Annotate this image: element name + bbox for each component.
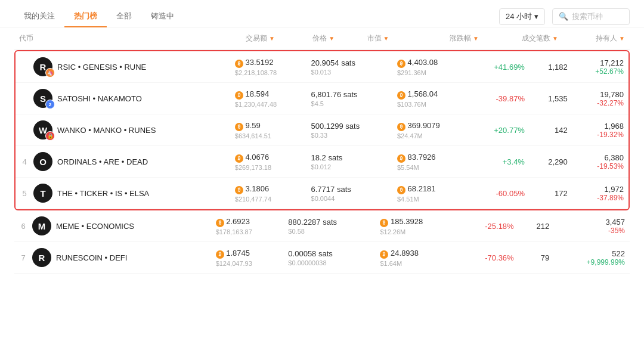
col-coin: 代币 xyxy=(14,27,241,50)
holders-main: 3,457 xyxy=(559,218,625,227)
volume-sub: $210,477.74 xyxy=(235,196,302,203)
time-select[interactable]: 24 小时 ▾ xyxy=(499,8,545,25)
mcap-sub: $5.54M xyxy=(397,164,465,171)
coin-icon-wrapper: M xyxy=(32,216,51,235)
btc-icon-mcap: ₿ xyxy=(397,123,405,131)
coin-icon: R xyxy=(32,248,51,267)
price-main: 6.7717 sats xyxy=(311,185,388,194)
rank-num: 7 xyxy=(19,253,27,262)
coin-name: MEME • ECONOMICS xyxy=(56,222,134,231)
col-price[interactable]: 价格▼ xyxy=(308,27,362,50)
btc-icon-mcap: ₿ xyxy=(380,250,388,259)
holders-change: -19.53% xyxy=(577,162,624,170)
top-bar: 我的关注 热门榜 全部 铸造中 24 小时 ▾ 🔍 搜索币种 xyxy=(0,0,644,27)
coin-icon-wrapper: O xyxy=(33,152,52,171)
trades-value: 79 xyxy=(541,253,549,262)
volume-main: ₿ 3.1806 xyxy=(235,184,302,194)
coin-name: THE • TICKER • IS • ELSA xyxy=(57,189,149,198)
search-placeholder: 搜索币种 xyxy=(572,11,603,22)
coin-name: RSIC • GENESIS • RUNE xyxy=(57,63,146,72)
table-row[interactable]: 6 M MEME • ECONOMICS ₿ 2.6923 $178,163.8… xyxy=(14,210,630,242)
volume-sub: $634,614.51 xyxy=(235,132,302,139)
holders-main: 1,968 xyxy=(577,122,624,131)
trades-value: 172 xyxy=(555,189,568,198)
tab-all[interactable]: 全部 xyxy=(107,6,141,27)
change-value: -25.18% xyxy=(485,222,513,231)
col-volume[interactable]: 交易额▼ xyxy=(241,27,308,50)
holders-change: +52.67% xyxy=(577,67,624,76)
holders-change: -19.32% xyxy=(577,131,624,139)
coin-icon: M xyxy=(32,216,51,235)
rank-num: 5 xyxy=(20,189,29,198)
rank-num: 6 xyxy=(19,222,27,231)
col-change[interactable]: 涨跌幅▼ xyxy=(417,27,484,50)
volume-main: ₿ 9.59 xyxy=(235,121,302,131)
price-sub: $4.5 xyxy=(311,100,388,107)
volume-main: ₿ 4.0676 xyxy=(235,153,302,163)
price-sub: $0.012 xyxy=(311,163,388,170)
tab-watchlist[interactable]: 我的关注 xyxy=(14,6,64,27)
coin-name: ORDINALS • ARE • DEAD xyxy=(57,157,148,166)
change-value: +41.69% xyxy=(494,63,525,72)
table-row[interactable]: W 🔒 WANKO • MANKO • RUNES ₿ 9.59 $634,61… xyxy=(16,114,628,146)
holders-change: -35% xyxy=(559,227,625,235)
coin-icon-wrapper: R xyxy=(32,248,51,267)
volume-main: ₿ 2.6923 xyxy=(216,217,279,227)
coin-icon-wrapper: R 🦄 xyxy=(33,57,52,76)
price-main: 500.1299 sats xyxy=(311,122,388,131)
volume-sub: $1,230,447.48 xyxy=(235,101,302,108)
mcap-main: ₿ 68.2181 xyxy=(397,184,465,194)
btc-icon-mcap: ₿ xyxy=(397,154,405,163)
price-main: 6,801.76 sats xyxy=(311,90,388,99)
trades-value: 1,182 xyxy=(548,63,568,72)
price-sub: $0.013 xyxy=(311,69,388,76)
coin-icon-wrapper: W 🔒 xyxy=(33,120,52,139)
mcap-main: ₿ 4,403.08 xyxy=(397,58,465,68)
coin-icon-wrapper: S 2 xyxy=(33,89,52,108)
table-row[interactable]: R 🦄 RSIC • GENESIS • RUNE ₿ 33.5192 $2,2… xyxy=(16,51,628,83)
mcap-main: ₿ 185.3928 xyxy=(380,217,453,227)
table-row[interactable]: 7 R RUNESCOIN • DEFI ₿ 1.8745 $124,047.9… xyxy=(14,242,630,274)
price-main: 880.2287 sats xyxy=(288,218,370,227)
price-main: 0.00058 sats xyxy=(288,249,370,258)
coin-name: WANKO • MANKO • RUNES xyxy=(57,126,156,135)
change-value: -70.36% xyxy=(485,253,513,262)
col-mcap[interactable]: 市值▼ xyxy=(363,27,417,50)
btc-icon: ₿ xyxy=(235,60,243,68)
mcap-main: ₿ 369.9079 xyxy=(397,121,465,131)
change-value: -39.87% xyxy=(496,94,525,103)
volume-sub: $124,047.93 xyxy=(216,260,279,267)
holders-change: +9,999.99% xyxy=(559,258,625,266)
tab-hot[interactable]: 热门榜 xyxy=(64,6,107,27)
coin-icon-wrapper: T xyxy=(33,184,52,203)
volume-main: ₿ 1.8745 xyxy=(216,249,279,259)
holders-change: -32.27% xyxy=(577,99,624,107)
search-icon: 🔍 xyxy=(559,12,568,21)
rank-num: 4 xyxy=(20,157,29,166)
holders-main: 19,780 xyxy=(577,90,624,99)
btc-icon: ₿ xyxy=(216,219,224,227)
btc-icon: ₿ xyxy=(235,123,243,131)
btc-icon-mcap: ₿ xyxy=(397,60,405,68)
tab-minting[interactable]: 铸造中 xyxy=(141,6,184,27)
mcap-sub: $1.64M xyxy=(380,260,453,267)
table-row[interactable]: S 2 SATOSHI • NAKAMOTO ₿ 18.594 $1,230,4… xyxy=(16,83,628,114)
col-holders[interactable]: 持有人▼ xyxy=(563,27,630,50)
top-right: 24 小时 ▾ 🔍 搜索币种 xyxy=(499,8,630,25)
volume-sub: $269,173.18 xyxy=(235,164,302,171)
price-sub: $0.00000038 xyxy=(288,259,370,266)
mcap-sub: $12.26M xyxy=(380,228,453,235)
mcap-sub: $4.51M xyxy=(397,196,465,203)
holders-main: 1,972 xyxy=(577,185,624,194)
col-trades[interactable]: 成交笔数▼ xyxy=(484,27,563,50)
volume-main: ₿ 18.594 xyxy=(235,89,302,100)
btc-icon-mcap: ₿ xyxy=(397,186,405,194)
price-sub: $0.0044 xyxy=(311,195,388,202)
search-box[interactable]: 🔍 搜索币种 xyxy=(552,8,630,25)
table-row[interactable]: 4 O ORDINALS • ARE • DEAD ₿ 4.0676 $269,… xyxy=(16,146,628,178)
table-container: 代币 交易额▼ 价格▼ 市值▼ 涨跌幅▼ 成交笔数▼ 持有人▼ R 🦄 xyxy=(0,27,644,274)
mcap-sub: $24.47M xyxy=(397,132,465,139)
holders-change: -37.89% xyxy=(577,194,624,202)
table-row[interactable]: 5 T THE • TICKER • IS • ELSA ₿ 3.1806 $2… xyxy=(16,178,628,209)
mcap-main: ₿ 1,568.04 xyxy=(397,89,465,100)
